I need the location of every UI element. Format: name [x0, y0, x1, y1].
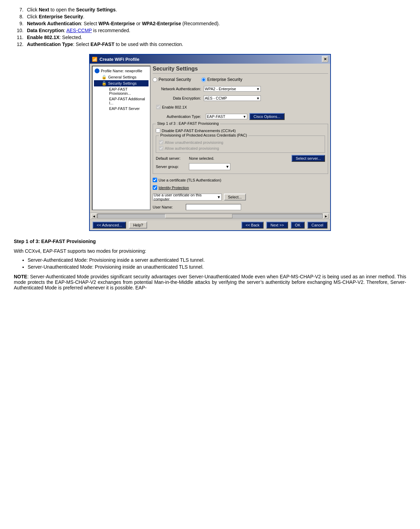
identity-protection-row: Identity Protection: [153, 185, 328, 190]
pac-group-box: Provisioning of Protected Access Credent…: [156, 136, 325, 153]
dialog-close-button[interactable]: ✕: [322, 56, 328, 62]
back-button[interactable]: << Back: [241, 222, 264, 229]
instruction-item-12: 12. Authentication Type: Select EAP-FAST…: [14, 41, 406, 47]
auth-type-form-label: Authentication Type:: [153, 114, 201, 119]
identity-protection-text: Identity Protection: [159, 186, 189, 190]
tree-item-general-label: General Settings: [108, 75, 136, 79]
step-section-title: Step 1 of 3: EAP-FAST Provisioning: [14, 239, 406, 244]
identity-protection-label[interactable]: Identity Protection: [153, 185, 328, 190]
data-encryption-select[interactable]: AES - CCMP ▼: [204, 95, 261, 101]
scroll-thumb: [165, 214, 232, 218]
step-bullet-list: Server-Authenticated Mode: Provisioning …: [14, 257, 406, 270]
username-row: User Name:: [153, 204, 328, 210]
dialog-wifi-icon: 📶: [92, 57, 97, 62]
disable-enhancements-label[interactable]: Disable EAP-FAST Enhancements (CCXv4): [156, 128, 325, 133]
network-auth-select[interactable]: WPA2 - Enterprise ▼: [204, 86, 261, 92]
step1-group-box: Step 1 of 3 : EAP-FAST Provisioning Disa…: [153, 124, 328, 174]
tree-item-profile[interactable]: Profile Name: newprofile: [94, 68, 149, 74]
tree-item-eap-provision[interactable]: EAP-FAST Provisionin...: [94, 86, 149, 96]
data-encryption-arrow: ▼: [256, 96, 260, 100]
tree-item-general[interactable]: 🔒 General Settings: [94, 74, 149, 80]
next-button[interactable]: Next >>: [266, 222, 288, 229]
data-encryption-form-label: Data Encryption:: [153, 96, 201, 100]
wifi-circle-icon: [95, 68, 99, 73]
tree-item-eap-server[interactable]: EAP-FAST Server: [94, 106, 149, 111]
step1-group-title: Step 1 of 3 : EAP-FAST Provisioning: [156, 121, 220, 126]
use-cert-label[interactable]: Use a certificate (TLS Authentication): [153, 178, 328, 182]
network-auth-label: Network Authentication: [27, 21, 81, 26]
dialog-title: Create WiFi Profile: [99, 57, 139, 62]
step-section-para1: With CCXv4, EAP-FAST supports two modes …: [14, 248, 406, 254]
identity-protection-checkbox[interactable]: [153, 185, 157, 190]
user-cert-row: Use a user certificate on this computer …: [153, 194, 328, 201]
instructions-list: 7. Click Next to open the Security Setti…: [14, 7, 406, 47]
instruction-item-9: 9. Network Authentication: Select WPA-En…: [14, 21, 406, 26]
ok-button[interactable]: OK: [291, 222, 305, 229]
personal-security-radio[interactable]: [153, 77, 157, 82]
scroll-track[interactable]: [97, 214, 323, 219]
enable-8021x-text: Enable 802.1X: [162, 105, 187, 109]
allow-unauth-text: Allow unauthenticated provisioning: [165, 140, 223, 145]
tree-item-eap-server-label: EAP-FAST Server: [109, 106, 140, 111]
enable-8021x-label: Enable 802.1X: [27, 35, 59, 40]
tree-item-eap-provision-label: EAP-FAST Provisionin...: [109, 87, 148, 95]
create-wifi-dialog: 📶 Create WiFi Profile ✕ Profile Name: ne…: [89, 54, 331, 231]
help-button[interactable]: Help?: [129, 222, 147, 229]
pac-group-title: Provisioning of Protected Access Credent…: [159, 133, 248, 137]
auth-type-value: EAP-FAST: [207, 114, 225, 119]
server-group-label: Server group:: [156, 165, 187, 169]
personal-security-label[interactable]: Personal Security: [153, 77, 191, 82]
allow-unauth-checkbox[interactable]: [159, 140, 163, 145]
lock-icon-general: 🔒: [102, 75, 107, 80]
personal-security-text: Personal Security: [159, 77, 191, 82]
scroll-right-button[interactable]: ►: [323, 214, 329, 219]
panel-title: Security Settings: [153, 66, 328, 74]
enterprise-security-radio[interactable]: [201, 77, 206, 82]
allow-auth-label[interactable]: Allow authenticated provisioning: [159, 146, 322, 150]
disable-enhancements-checkbox[interactable]: [156, 128, 160, 133]
item-num-7: 7.: [14, 7, 23, 12]
data-encryption-label: Data Encryption: [27, 28, 64, 33]
tree-item-eap-additional[interactable]: EAP-FAST Additional I...: [94, 96, 149, 106]
username-label: User Name:: [153, 205, 184, 209]
item-num-12: 12.: [14, 41, 23, 47]
default-server-label: Default server:: [156, 156, 187, 160]
enterprise-security-label[interactable]: Enterprise Security: [201, 77, 242, 82]
wpa2-enterprise-bold: WPA2-Enterprise: [142, 21, 181, 26]
aes-ccmp-link[interactable]: AES-CCMP: [66, 28, 92, 33]
advanced-button[interactable]: << Advanced...: [93, 222, 126, 229]
enable-8021x-checkbox-label[interactable]: Enable 802.1X: [156, 105, 187, 109]
user-cert-value: Use a user certificate on this computer: [154, 193, 217, 201]
use-cert-checkbox[interactable]: [153, 178, 157, 182]
step-section: Step 1 of 3: EAP-FAST Provisioning With …: [14, 239, 406, 290]
network-auth-form-label: Network Authentication:: [153, 87, 201, 91]
disable-enhancements-row: Disable EAP-FAST Enhancements (CCXv4): [156, 128, 325, 133]
cisco-options-button[interactable]: Cisco Options...: [249, 113, 285, 120]
item-num-9: 9.: [14, 21, 23, 26]
select-server-button[interactable]: Select server...: [292, 155, 325, 162]
enterprise-security-bold: Enterprise Security: [39, 14, 83, 19]
select-cert-button[interactable]: Select...: [224, 194, 246, 201]
enterprise-security-text: Enterprise Security: [207, 77, 242, 82]
instruction-item-10: 10. Data Encryption: AES-CCMP is recomme…: [14, 28, 406, 33]
username-input[interactable]: [186, 204, 241, 210]
instructions-section: 7. Click Next to open the Security Setti…: [14, 7, 406, 47]
cancel-button[interactable]: Cancel: [307, 222, 327, 229]
security-settings-bold: Security Settings: [76, 7, 115, 12]
tree-item-security-label: Security Settings: [108, 81, 137, 85]
user-cert-arrow: ▼: [217, 195, 221, 199]
server-group-select[interactable]: ▼: [189, 163, 230, 170]
auth-type-row: Authentication Type: EAP-FAST ▼ Cisco Op…: [153, 113, 328, 120]
allow-unauth-label[interactable]: Allow unauthenticated provisioning: [159, 140, 322, 145]
user-cert-select[interactable]: Use a user certificate on this computer …: [153, 194, 222, 201]
enable-8021x-checkbox[interactable]: [156, 105, 161, 109]
scroll-left-button[interactable]: ◄: [91, 214, 97, 219]
network-auth-arrow: ▼: [256, 87, 260, 91]
lock-icon-security: 🔒: [102, 81, 107, 86]
scrollbar-row: ◄ ►: [90, 212, 330, 220]
tree-item-security[interactable]: 🔒 Security Settings: [94, 80, 149, 86]
auth-type-select[interactable]: EAP-FAST ▼: [206, 114, 247, 119]
network-auth-row: Network Authentication: WPA2 - Enterpris…: [153, 86, 328, 92]
allow-auth-checkbox[interactable]: [159, 146, 163, 150]
tree-item-eap-additional-label: EAP-FAST Additional I...: [109, 97, 148, 105]
